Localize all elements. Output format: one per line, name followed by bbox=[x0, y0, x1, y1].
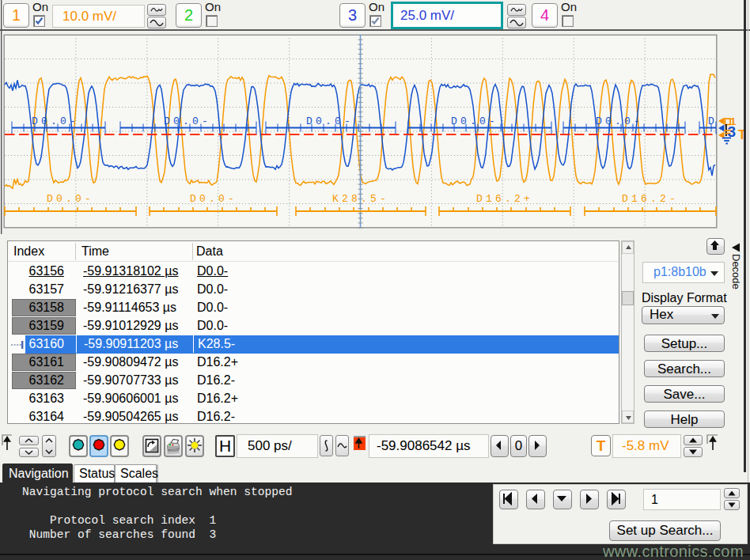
svg-text:K28.5-: K28.5- bbox=[332, 193, 389, 205]
svg-text:D0.0-: D0.0- bbox=[164, 115, 211, 127]
svg-text:D16.2+: D16.2+ bbox=[476, 193, 533, 205]
svg-text:D0.0-: D0.0- bbox=[596, 115, 643, 127]
svg-text:D0.0-: D0.0- bbox=[32, 115, 79, 127]
svg-text:D0.0-: D0.0- bbox=[190, 193, 237, 205]
svg-text:D0.0-: D0.0- bbox=[47, 193, 94, 205]
svg-text:D16.2-: D16.2- bbox=[622, 193, 679, 205]
svg-text:3: 3 bbox=[728, 123, 737, 140]
svg-text:D0.0-: D0.0- bbox=[306, 115, 354, 127]
svg-text:D0.0-: D0.0- bbox=[451, 115, 498, 127]
